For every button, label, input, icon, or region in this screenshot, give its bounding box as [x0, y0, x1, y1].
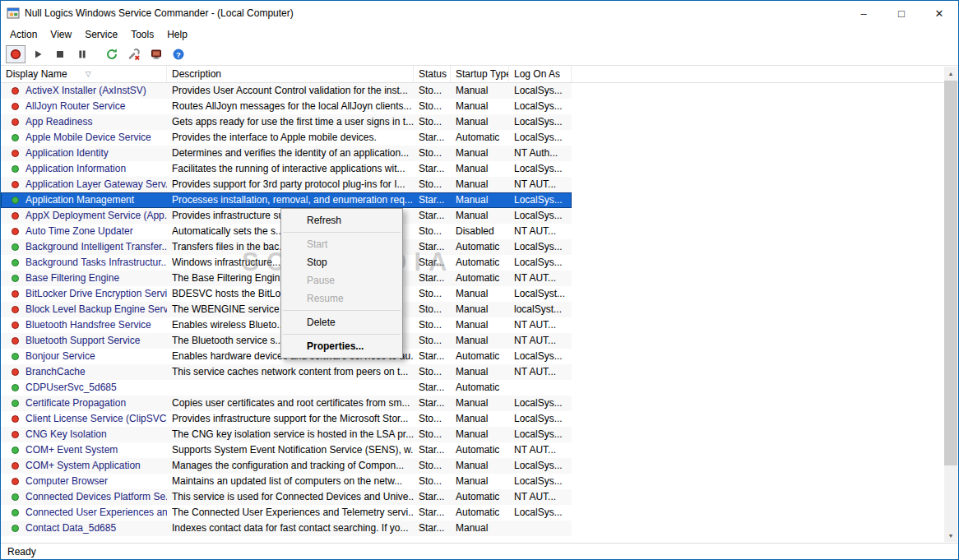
- stop-button[interactable]: [50, 45, 70, 63]
- table-row[interactable]: Application Layer Gateway Serv...Provide…: [1, 177, 572, 192]
- record-button[interactable]: [6, 45, 25, 63]
- service-name: Contact Data_5d685: [25, 522, 116, 534]
- service-description-cell: Gets apps ready for use the first time a…: [167, 114, 414, 130]
- table-row[interactable]: Contact Data_5d685Indexes contact data f…: [1, 521, 572, 536]
- column-header-display-name[interactable]: Display Name ▽: [1, 66, 167, 82]
- running-status-dot-icon: [12, 197, 19, 204]
- service-logon-cell: NT AUT...: [509, 333, 572, 349]
- table-row[interactable]: ActiveX Installer (AxInstSV)Provides Use…: [1, 83, 572, 99]
- stopped-status-dot-icon: [12, 322, 19, 329]
- service-name-cell: Background Tasks Infrastructur...: [1, 255, 167, 271]
- stopped-status-dot-icon: [12, 306, 19, 313]
- stopped-status-dot-icon: [12, 118, 19, 126]
- table-row[interactable]: BranchCacheThis service caches network c…: [1, 364, 572, 380]
- service-logon-cell: LocalSys...: [509, 192, 572, 208]
- service-name: Connected User Experiences an...: [25, 507, 167, 518]
- service-description-cell: This service is used for Connected Devic…: [167, 489, 414, 505]
- service-status-cell: Sto...: [414, 83, 451, 99]
- vertical-scrollbar[interactable]: ▲ ▼: [944, 67, 957, 542]
- table-row[interactable]: Computer BrowserMaintains an updated lis…: [1, 474, 572, 489]
- service-startup-type-cell: Automatic: [451, 489, 509, 505]
- service-logon-cell: NT AUT...: [509, 489, 572, 505]
- refresh-button[interactable]: [102, 45, 122, 63]
- service-logon-cell: LocalSys...: [509, 396, 572, 411]
- context-menu-item-stop[interactable]: Stop: [281, 253, 402, 271]
- column-header-log-on-as[interactable]: Log On As: [509, 66, 572, 82]
- running-status-dot-icon: [12, 259, 19, 266]
- menu-item-action[interactable]: Action: [3, 27, 44, 42]
- pause-button[interactable]: [72, 45, 92, 63]
- service-name-cell: Certificate Propagation: [1, 396, 167, 411]
- service-logon-cell: LocalSys...: [509, 505, 572, 521]
- table-row[interactable]: Apple Mobile Device ServiceProvides the …: [1, 130, 572, 146]
- table-row[interactable]: Application InformationFacilitates the r…: [1, 161, 572, 177]
- service-name: Block Level Backup Engine Serv...: [25, 303, 167, 315]
- service-name: Application Information: [25, 163, 126, 174]
- help-button[interactable]: ?: [169, 45, 188, 63]
- service-description-cell: Manages the configuration and tracking o…: [167, 458, 414, 474]
- service-name: Background Tasks Infrastructur...: [25, 257, 167, 268]
- scroll-down-arrow-icon[interactable]: ▼: [944, 529, 957, 542]
- play-icon: [31, 48, 44, 61]
- close-button[interactable]: ✕: [920, 1, 958, 25]
- minimize-button[interactable]: –: [845, 1, 883, 25]
- context-menu-item-properties[interactable]: Properties...: [281, 337, 402, 355]
- service-name-cell: Application Layer Gateway Serv...: [1, 177, 167, 192]
- context-menu-item-delete[interactable]: Delete: [281, 313, 402, 331]
- service-startup-type-cell: Manual: [451, 474, 509, 489]
- service-description-cell: Provides infrastructure support for the …: [167, 411, 414, 427]
- table-row[interactable]: Connected Devices Platform Se...This ser…: [1, 489, 572, 505]
- start-button[interactable]: [28, 45, 48, 63]
- table-row[interactable]: Application IdentityDetermines and verif…: [1, 146, 572, 161]
- service-status-cell: Sto...: [414, 333, 451, 349]
- scroll-up-arrow-icon[interactable]: ▲: [944, 67, 957, 80]
- stopped-status-dot-icon: [12, 415, 19, 423]
- table-row[interactable]: COM+ System ApplicationManages the confi…: [1, 458, 572, 474]
- service-startup-type-cell: Manual: [451, 411, 509, 427]
- table-row[interactable]: Client License Service (ClipSVC)Provides…: [1, 411, 572, 427]
- service-name-cell: Apple Mobile Device Service: [1, 130, 167, 146]
- service-name: Bluetooth Handsfree Service: [25, 319, 151, 331]
- service-name-cell: CNG Key Isolation: [1, 427, 167, 442]
- repair-button[interactable]: [124, 45, 144, 63]
- menu-item-view[interactable]: View: [44, 27, 78, 42]
- service-name-cell: Base Filtering Engine: [1, 271, 167, 286]
- menu-item-service[interactable]: Service: [78, 27, 124, 42]
- menu-item-tools[interactable]: Tools: [124, 27, 160, 42]
- service-name-cell: App Readiness: [1, 114, 167, 130]
- column-header-status[interactable]: Status: [414, 66, 451, 82]
- stopped-status-dot-icon: [12, 150, 19, 157]
- service-name-cell: Bluetooth Handsfree Service: [1, 317, 167, 333]
- service-logon-cell: LocalSys...: [509, 427, 572, 442]
- service-name-cell: Application Identity: [1, 146, 167, 161]
- column-header-description[interactable]: Description: [167, 66, 414, 82]
- service-description-cell: Provides the interface to Apple mobile d…: [167, 130, 414, 146]
- table-row[interactable]: AllJoyn Router ServiceRoutes AllJoyn mes…: [1, 99, 572, 114]
- service-startup-type-cell: Manual: [451, 208, 509, 224]
- service-startup-type-cell: Manual: [451, 458, 509, 474]
- service-name: CNG Key Isolation: [25, 428, 107, 440]
- table-row[interactable]: Certificate PropagationCopies user certi…: [1, 396, 572, 411]
- menu-item-help[interactable]: Help: [160, 27, 194, 42]
- service-status-cell: Sto...: [414, 411, 451, 427]
- running-status-dot-icon: [12, 165, 19, 173]
- table-row[interactable]: CNG Key IsolationThe CNG key isolation s…: [1, 427, 572, 442]
- service-description-cell: [167, 380, 414, 396]
- column-header-startup-type[interactable]: Startup Type: [451, 66, 509, 82]
- table-row[interactable]: COM+ Event SystemSupports System Event N…: [1, 442, 572, 458]
- table-row[interactable]: App ReadinessGets apps ready for use the…: [1, 114, 572, 130]
- scrollbar-thumb[interactable]: [944, 81, 957, 465]
- table-header: Display Name ▽ Description Status Startu…: [1, 66, 958, 83]
- service-startup-type-cell: Automatic: [451, 255, 509, 271]
- table-row[interactable]: Application ManagementProcesses installa…: [1, 192, 572, 208]
- table-row[interactable]: CDPUserSvc_5d685Star...Automatic: [1, 380, 572, 396]
- context-menu-item-refresh[interactable]: Refresh: [281, 211, 402, 229]
- running-status-dot-icon: [12, 353, 19, 360]
- service-logon-cell: LocalSys...: [509, 239, 572, 255]
- maximize-button[interactable]: □: [883, 1, 920, 25]
- table-row[interactable]: Connected User Experiences an...The Conn…: [1, 505, 572, 521]
- computer-button[interactable]: [146, 45, 166, 63]
- service-startup-type-cell: Manual: [451, 364, 509, 380]
- service-name: Application Management: [25, 194, 134, 206]
- service-description-cell: Routes AllJoyn messages for the local Al…: [167, 99, 414, 114]
